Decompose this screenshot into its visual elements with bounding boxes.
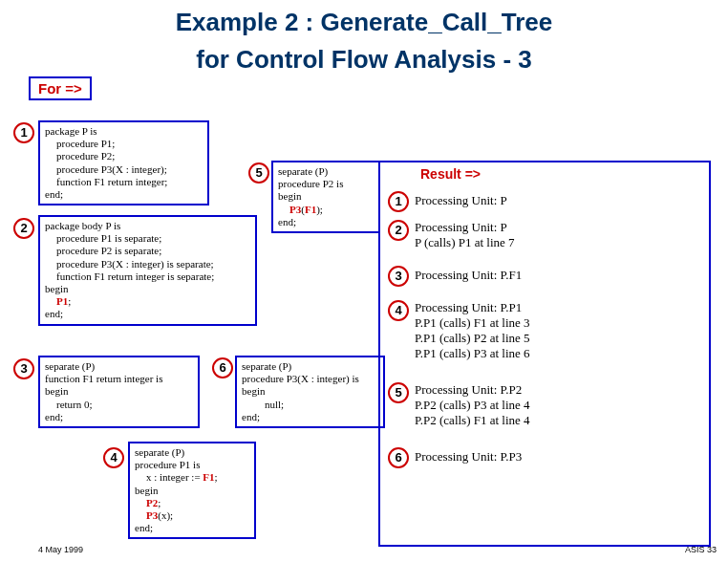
code: end; bbox=[45, 308, 63, 319]
code: procedure P3(X : integer); bbox=[45, 163, 203, 176]
code: P3(F1); bbox=[278, 204, 374, 216]
code: P2; bbox=[135, 497, 249, 509]
code: P3(x); bbox=[135, 509, 249, 522]
result-4a: Processing Unit: P.P1 bbox=[415, 300, 522, 315]
code: end; bbox=[45, 188, 63, 200]
result-label: Result => bbox=[420, 166, 481, 182]
code: begin bbox=[242, 385, 378, 398]
result-4d: P.P1 (calls) P3 at line 6 bbox=[415, 346, 530, 361]
result-3: Processing Unit: P.F1 bbox=[415, 268, 522, 283]
result-6: Processing Unit: P.P3 bbox=[415, 449, 522, 465]
marker-6-left: 6 bbox=[212, 357, 233, 378]
code: package body P is bbox=[45, 220, 120, 231]
code: procedure P3(X : integer) is bbox=[242, 373, 378, 385]
slide-title-1: Example 2 : Generate_Call_Tree bbox=[0, 8, 728, 37]
marker-3-left: 3 bbox=[13, 358, 34, 379]
code: procedure P1 is bbox=[135, 459, 249, 471]
result-marker-4: 4 bbox=[388, 300, 409, 321]
result-marker-2: 2 bbox=[388, 220, 409, 241]
code: procedure P1; bbox=[45, 138, 203, 150]
result-4c: P.P1 (calls) P2 at line 5 bbox=[415, 331, 530, 346]
call: P1 bbox=[56, 295, 68, 307]
call: P3 bbox=[146, 509, 158, 521]
code: begin bbox=[45, 385, 193, 398]
code: null; bbox=[242, 399, 378, 411]
code: function F1 return integer is bbox=[45, 373, 193, 385]
footer-date: 4 May 1999 bbox=[38, 545, 83, 554]
code: function F1 return integer is separate; bbox=[45, 270, 250, 283]
code-box-5: separate (P) procedure P2 is begin P3(F1… bbox=[271, 161, 380, 233]
code: function F1 return integer; bbox=[45, 176, 203, 188]
code-box-1: package P is procedure P1; procedure P2;… bbox=[38, 120, 209, 205]
call: F1 bbox=[203, 471, 214, 483]
code: procedure P2 is bbox=[278, 178, 374, 190]
result-marker-3: 3 bbox=[388, 266, 409, 287]
marker-4-left: 4 bbox=[103, 447, 124, 468]
code: separate (P) bbox=[45, 360, 95, 372]
marker-1-left: 1 bbox=[13, 122, 34, 143]
code: x : integer := F1; bbox=[135, 471, 249, 484]
code: P1; bbox=[45, 295, 250, 308]
call: P2 bbox=[146, 497, 158, 508]
result-marker-1: 1 bbox=[388, 191, 409, 212]
code: end; bbox=[278, 216, 374, 228]
result-2a: Processing Unit: P bbox=[415, 220, 507, 235]
code: procedure P2 is separate; bbox=[45, 245, 250, 257]
code: package P is bbox=[45, 125, 97, 137]
code: begin bbox=[135, 485, 249, 497]
code: procedure P2; bbox=[45, 150, 203, 162]
code: separate (P) bbox=[135, 446, 184, 458]
code: separate (P) bbox=[278, 165, 328, 177]
code-box-6: separate (P) procedure P3(X : integer) i… bbox=[235, 356, 385, 428]
footer-page: ASIS 33 bbox=[685, 545, 717, 554]
marker-2-left: 2 bbox=[13, 218, 34, 239]
code: begin bbox=[278, 190, 374, 203]
result-4b: P.P1 (calls) F1 at line 3 bbox=[415, 315, 530, 331]
result-5b: P.P2 (calls) P3 at line 4 bbox=[415, 398, 530, 413]
code-box-4: separate (P) procedure P1 is x : integer… bbox=[128, 442, 256, 539]
code: procedure P3(X : integer) is separate; bbox=[45, 258, 250, 270]
code-box-3: separate (P) function F1 return integer … bbox=[38, 356, 200, 428]
marker-5-left: 5 bbox=[248, 162, 269, 184]
code-box-2: package body P is procedure P1 is separa… bbox=[38, 215, 257, 326]
code: return 0; bbox=[45, 399, 193, 411]
result-marker-5: 5 bbox=[388, 382, 409, 403]
code: separate (P) bbox=[242, 360, 291, 372]
result-marker-6: 6 bbox=[388, 447, 409, 468]
call: P3 bbox=[289, 204, 301, 215]
for-label-box: For => bbox=[29, 76, 92, 100]
call: F1 bbox=[305, 204, 316, 215]
result-1: Processing Unit: P bbox=[415, 193, 507, 208]
code: end; bbox=[242, 411, 378, 423]
result-5a: Processing Unit: P.P2 bbox=[415, 382, 522, 398]
code: end; bbox=[45, 411, 193, 423]
code: procedure P1 is separate; bbox=[45, 232, 250, 245]
result-2b: P (calls) P1 at line 7 bbox=[415, 235, 515, 250]
slide-title-2: for Control Flow Analysis - 3 bbox=[0, 45, 728, 75]
code: begin bbox=[45, 283, 68, 294]
code: end; bbox=[135, 522, 249, 534]
result-5c: P.P2 (calls) F1 at line 4 bbox=[415, 413, 530, 428]
